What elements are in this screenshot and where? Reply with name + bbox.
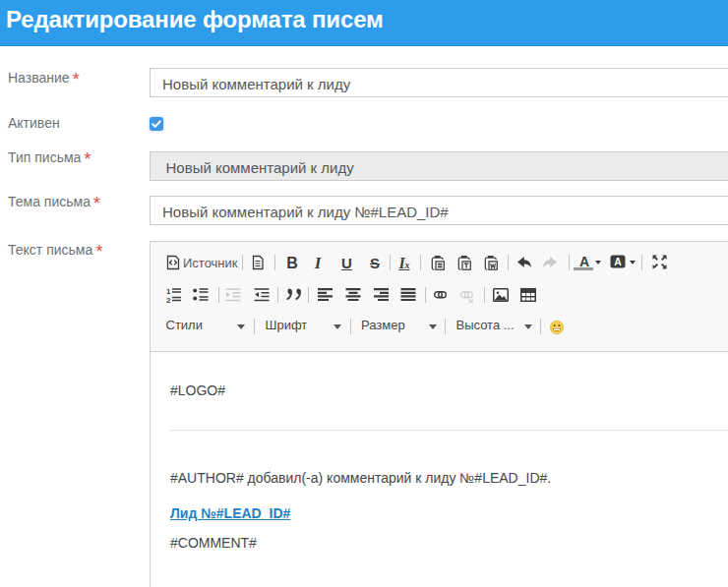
svg-text:2: 2 <box>166 296 171 304</box>
svg-text:A: A <box>614 256 622 267</box>
